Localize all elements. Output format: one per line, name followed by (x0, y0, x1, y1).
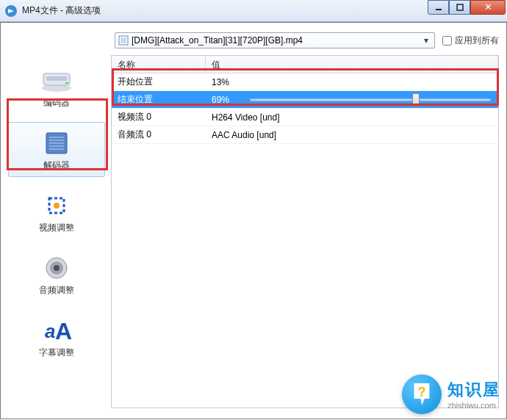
svg-point-16 (54, 203, 60, 209)
apply-all-input[interactable] (442, 36, 452, 46)
row-value: 69% (206, 95, 498, 105)
row-name: 开始位置 (112, 76, 206, 88)
row-value: H264 Video [und] (206, 112, 498, 123)
main: 编码器 解码器 视频调整 音频调整 (1, 55, 506, 416)
minimize-button[interactable] (428, 0, 449, 15)
row-name: 音频流 0 (112, 128, 206, 141)
svg-rect-4 (121, 37, 126, 43)
file-label: [DMG][Attack_on_Titan][31][720P][GB].mp4 (132, 35, 421, 46)
file-dropdown[interactable]: [DMG][Attack_on_Titan][31][720P][GB].mp4… (115, 32, 435, 48)
file-icon (118, 35, 129, 46)
row-value-text: 69% (212, 95, 229, 105)
titlebar: MP4文件 - 高级选项 ✕ (0, 0, 507, 22)
sidebar-item-subtitle-adjust[interactable]: aA 字幕调整 (8, 309, 105, 364)
watermark: ? 知识屋 zhishiwu.com (402, 374, 500, 414)
sidebar-item-encoder[interactable]: 编码器 (8, 59, 105, 115)
svg-point-19 (54, 265, 60, 271)
maximize-button[interactable] (449, 0, 470, 15)
row-name: 视频流 0 (112, 111, 206, 123)
close-button[interactable]: ✕ (470, 0, 506, 15)
table-row[interactable]: 视频流 0 H264 Video [und] (112, 109, 498, 126)
sidebar-item-audio-adjust[interactable]: 音频调整 (8, 247, 105, 302)
sidebar-item-label: 解码器 (43, 159, 70, 172)
table-header: 名称 值 (112, 56, 498, 73)
sidebar-item-label: 音频调整 (39, 284, 74, 297)
sidebar: 编码器 解码器 视频调整 音频调整 (8, 55, 105, 408)
apply-all-checkbox[interactable]: 应用到所有 (442, 35, 499, 47)
svg-text:a: a (45, 320, 55, 342)
svg-rect-2 (457, 4, 463, 10)
slider-track[interactable] (250, 98, 491, 101)
encoder-icon (39, 68, 74, 94)
app-icon (4, 4, 18, 18)
sidebar-item-label: 编码器 (43, 97, 70, 109)
svg-rect-7 (46, 76, 67, 81)
row-value: AAC Audio [und] (206, 130, 498, 140)
audio-adjust-icon (39, 255, 74, 281)
watermark-cn: 知识屋 (447, 379, 500, 401)
svg-rect-8 (65, 82, 68, 84)
sidebar-item-video-adjust[interactable]: 视频调整 (8, 184, 105, 239)
window-body: [DMG][Attack_on_Titan][31][720P][GB].mp4… (0, 22, 507, 419)
table-row[interactable]: 结束位置 69% (112, 91, 498, 109)
property-table: 名称 值 开始位置 13% 结束位置 69% 视频流 0 H264 Video … (111, 55, 499, 408)
table-row[interactable]: 开始位置 13% (112, 73, 498, 91)
slider-thumb[interactable] (412, 93, 420, 106)
row-value: 13% (206, 77, 498, 87)
sidebar-item-label: 视频调整 (39, 222, 74, 234)
sidebar-item-decoder[interactable]: 解码器 (8, 122, 105, 177)
column-name-header[interactable]: 名称 (112, 56, 206, 73)
watermark-bubble-icon: ? (402, 374, 442, 414)
svg-text:A: A (55, 318, 71, 344)
window-buttons: ✕ (428, 0, 506, 15)
watermark-text: 知识屋 zhishiwu.com (447, 379, 500, 410)
window-title: MP4文件 - 高级选项 (22, 4, 428, 17)
apply-all-label: 应用到所有 (455, 35, 499, 47)
column-value-header[interactable]: 值 (206, 56, 498, 73)
svg-rect-1 (436, 9, 442, 10)
video-adjust-icon (39, 192, 74, 219)
row-name: 结束位置 (112, 93, 206, 106)
chevron-down-icon: ▾ (421, 35, 431, 46)
table-row[interactable]: 音频流 0 AAC Audio [und] (112, 126, 498, 144)
watermark-en: zhishiwu.com (447, 401, 496, 410)
decoder-icon (39, 130, 74, 156)
toolbar: [DMG][Attack_on_Titan][31][720P][GB].mp4… (115, 29, 499, 52)
subtitle-adjust-icon: aA (39, 317, 74, 344)
sidebar-item-label: 字幕调整 (39, 347, 74, 359)
